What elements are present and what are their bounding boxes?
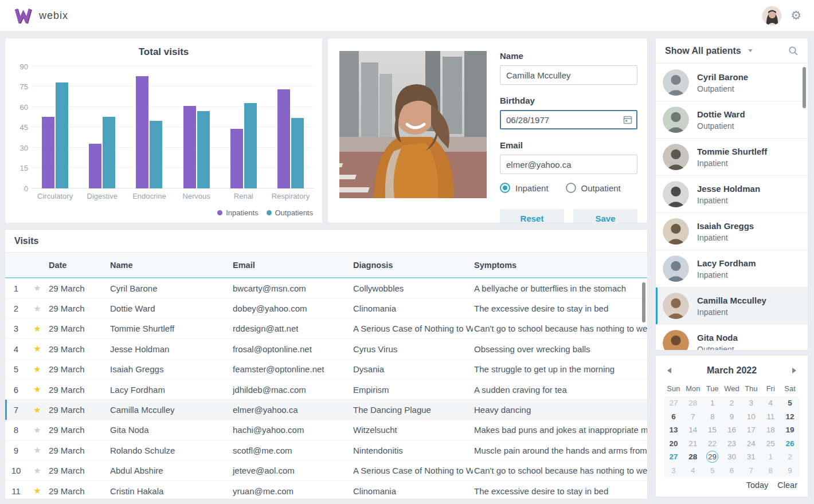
calendar-day[interactable]: 27 [664, 450, 683, 464]
calendar-day[interactable]: 24 [741, 437, 761, 451]
calendar-title[interactable]: March 2022 [671, 365, 792, 376]
calendar-day[interactable]: 22 [703, 437, 722, 451]
calendar-day[interactable]: 27 [664, 396, 683, 410]
calendar-day[interactable]: 4 [761, 396, 780, 410]
calendar-day[interactable]: 12 [780, 410, 800, 424]
radio-outpatient[interactable]: Outpatient [566, 183, 621, 193]
patient-list-item[interactable]: Camilla Mcculley Inpatient [656, 288, 808, 325]
calendar-day[interactable]: 30 [722, 450, 742, 464]
calendar-day[interactable]: 3 [741, 396, 761, 410]
calendar-day[interactable]: 25 [761, 437, 780, 451]
search-icon[interactable] [788, 46, 799, 56]
calendar-day[interactable]: 15 [703, 423, 722, 437]
col-date[interactable]: Date [48, 261, 109, 270]
table-row[interactable]: 9 ★ 29 March Rolando Schulze scotfl@me.c… [5, 440, 647, 460]
calendar-prev-icon[interactable] [667, 368, 671, 373]
col-symptoms[interactable]: Symptoms [473, 261, 647, 270]
table-row[interactable]: 4 ★ 29 March Jesse Holdman frosal@optonl… [5, 339, 647, 359]
calendar-day[interactable]: 26 [780, 437, 800, 451]
col-diagnosis[interactable]: Diagnosis [352, 261, 473, 270]
calendar-day[interactable]: 2 [780, 450, 800, 464]
star-icon[interactable]: ★ [27, 364, 48, 375]
table-row[interactable]: 10 ★ 29 March Abdul Abshire jeteve@aol.c… [5, 461, 647, 481]
calendar-day[interactable]: 31 [741, 450, 761, 464]
calendar-day[interactable]: 6 [664, 410, 683, 424]
calendar-day[interactable]: 10 [741, 410, 761, 424]
col-email[interactable]: Email [232, 261, 352, 270]
star-icon[interactable]: ★ [27, 405, 48, 415]
calendar-day[interactable]: 5 [703, 464, 722, 478]
table-row[interactable]: 8 ★ 29 March Gita Noda hachi@yahoo.com W… [5, 420, 647, 440]
calendar-icon[interactable] [623, 115, 632, 124]
reset-button[interactable]: Reset [500, 209, 564, 223]
table-row[interactable]: 6 ★ 29 March Lacy Fordham jdhildeb@mac.c… [5, 380, 647, 400]
table-row[interactable]: 11 ★ 29 March Cristin Hakala yruan@me.co… [5, 481, 647, 499]
patient-list-item[interactable]: Isaiah Greggs Inpatient [656, 213, 808, 250]
patient-list-item[interactable]: Dottie Ward Outpatient [656, 101, 808, 139]
calendar-day[interactable]: 5 [780, 396, 800, 410]
table-row[interactable]: 1 ★ 29 March Cyril Barone bwcarty@msn.co… [5, 278, 647, 298]
calendar-day[interactable]: 20 [664, 437, 683, 451]
patients-filter-select[interactable]: Show All patients [665, 46, 741, 56]
patient-list-item[interactable]: Gita Noda Outpatient [656, 325, 808, 350]
calendar-day[interactable]: 9 [722, 410, 742, 424]
calendar-day[interactable]: 6 [722, 464, 742, 478]
patient-list-item[interactable]: Jesse Holdman Inpatient [656, 176, 808, 213]
birthday-field[interactable] [500, 110, 637, 129]
calendar-day[interactable]: 28 [683, 450, 703, 464]
calendar-day[interactable]: 1 [703, 396, 722, 410]
calendar-day[interactable]: 18 [761, 423, 780, 437]
calendar-day[interactable]: 1 [761, 450, 780, 464]
email-field[interactable] [500, 155, 637, 174]
calendar-day[interactable]: 7 [741, 464, 761, 478]
star-icon[interactable]: ★ [27, 486, 48, 496]
calendar-day[interactable]: 13 [664, 423, 683, 437]
table-row[interactable]: 3 ★ 29 March Tommie Shurtleff rddesign@a… [5, 319, 647, 339]
star-icon[interactable]: ★ [27, 384, 48, 395]
col-name[interactable]: Name [109, 261, 232, 270]
calendar-day[interactable]: 3 [664, 464, 683, 478]
chevron-down-icon[interactable] [748, 49, 753, 52]
calendar-day[interactable]: 16 [722, 423, 742, 437]
patient-list-item[interactable]: Cyril Barone Outpatient [656, 64, 808, 101]
user-avatar-image [762, 6, 782, 26]
calendar-day[interactable]: 11 [761, 410, 780, 424]
table-row[interactable]: 7 ★ 29 March Camilla Mcculley elmer@yaho… [5, 400, 647, 420]
calendar-day[interactable]: 9 [780, 464, 800, 478]
calendar-day[interactable]: 14 [683, 423, 703, 437]
calendar-day[interactable]: 23 [722, 437, 742, 451]
gear-icon[interactable]: ⚙ [790, 8, 801, 23]
star-icon[interactable]: ★ [27, 344, 48, 354]
radio-inpatient[interactable]: Inpatient [500, 183, 549, 193]
calendar-day[interactable]: 21 [683, 437, 703, 451]
calendar-day[interactable]: 8 [703, 410, 722, 424]
calendar-next-icon[interactable] [792, 368, 796, 373]
star-icon[interactable]: ★ [27, 425, 48, 435]
name-field[interactable] [500, 65, 637, 85]
calendar-clear-button[interactable]: Clear [777, 481, 797, 490]
patient-list-item[interactable]: Lacy Fordham Inpatient [656, 250, 808, 288]
star-icon[interactable]: ★ [27, 466, 48, 476]
star-icon[interactable]: ★ [27, 283, 48, 293]
calendar-day[interactable]: 8 [761, 464, 780, 478]
calendar-day[interactable]: 29 [703, 450, 722, 464]
save-button[interactable]: Save [573, 209, 637, 223]
table-scrollbar[interactable] [642, 282, 645, 322]
bar-group [126, 66, 173, 188]
star-icon[interactable]: ★ [27, 324, 48, 334]
table-row[interactable]: 5 ★ 29 March Isaiah Greggs feamster@opto… [5, 360, 647, 380]
calendar-day[interactable]: 19 [780, 423, 800, 437]
patient-list-item[interactable]: Tommie Shurtleff Inpatient [656, 139, 808, 176]
table-row[interactable]: 2 ★ 29 March Dottie Ward dobey@yahoo.com… [5, 298, 647, 318]
cell-email: feamster@optonline.net [232, 364, 352, 374]
calendar-day[interactable]: 17 [741, 423, 761, 437]
calendar-today-button[interactable]: Today [746, 481, 769, 490]
calendar-day[interactable]: 28 [683, 396, 703, 410]
calendar-day[interactable]: 4 [683, 464, 703, 478]
calendar-day[interactable]: 2 [722, 396, 742, 410]
user-avatar[interactable] [762, 6, 782, 26]
star-icon[interactable]: ★ [27, 304, 48, 314]
calendar-day[interactable]: 7 [683, 410, 703, 424]
star-icon[interactable]: ★ [27, 445, 48, 455]
patients-scrollbar[interactable] [803, 67, 806, 108]
